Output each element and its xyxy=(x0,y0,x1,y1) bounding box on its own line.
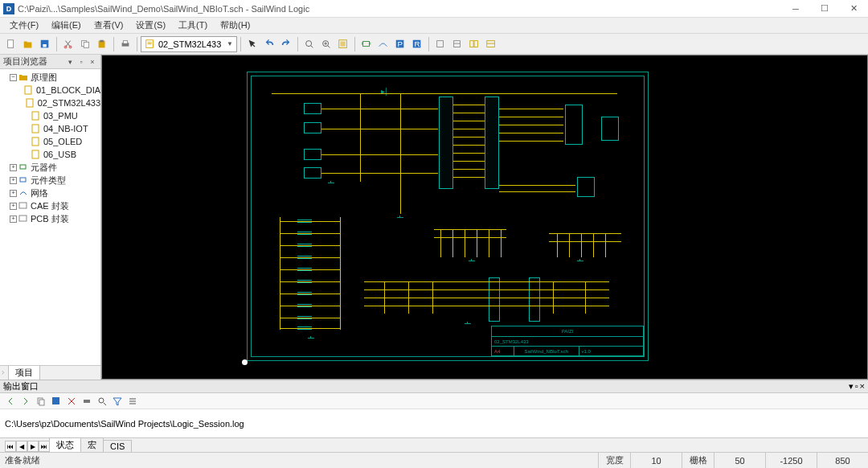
refresh-button[interactable] xyxy=(335,36,351,52)
menu-settings[interactable]: 设置(S) xyxy=(129,18,172,33)
sheet-frame: ▸| xyxy=(247,72,649,361)
pcb-icon xyxy=(18,214,28,224)
project-tree[interactable]: − 原理图 01_BLOCK_DIAGRAM 02_STM32L433 03_P… xyxy=(0,69,100,365)
paste-button[interactable] xyxy=(94,36,110,52)
tree-sheet-04[interactable]: 04_NB-IOT xyxy=(0,122,100,135)
svg-rect-2 xyxy=(43,44,46,47)
parttype-icon xyxy=(18,175,28,185)
project-tab[interactable]: 项目 xyxy=(8,366,40,380)
tree-collapse-icon[interactable]: − xyxy=(10,74,17,81)
open-button[interactable] xyxy=(20,36,36,52)
block-1 xyxy=(304,103,321,114)
title-size: A4 xyxy=(492,347,514,355)
cae-icon xyxy=(18,201,28,211)
tree-expand-icon[interactable]: + xyxy=(10,164,17,171)
redo-button[interactable] xyxy=(278,36,294,52)
tree-group-nets[interactable]: +网络 xyxy=(0,187,100,199)
status-x: -1250 xyxy=(765,453,817,468)
output-pin-button[interactable]: ▫ xyxy=(855,381,858,392)
output-panel: 输出窗口 ▾ ▫ × C:\Users\pz\Documents\SailWin… xyxy=(0,380,868,437)
minimize-button[interactable]: ─ xyxy=(781,0,810,18)
svg-text:R: R xyxy=(415,39,420,47)
menu-edit[interactable]: 编辑(E) xyxy=(45,18,88,33)
tree-expand-icon[interactable]: + xyxy=(10,203,17,210)
tool-c[interactable] xyxy=(466,36,482,52)
tree-sheet-06[interactable]: 06_USB xyxy=(0,148,100,161)
tree-sheet-01[interactable]: 01_BLOCK_DIAGRAM xyxy=(0,84,100,96)
tool-a[interactable] xyxy=(432,36,448,52)
out-nav-fwd[interactable] xyxy=(18,395,33,408)
svg-point-42 xyxy=(99,398,104,403)
tree-sheet-03[interactable]: 03_PMU xyxy=(0,109,100,122)
save-button[interactable] xyxy=(37,36,53,52)
zoom-in-button[interactable] xyxy=(318,36,334,52)
tool-b[interactable] xyxy=(449,36,465,52)
out-filter[interactable] xyxy=(110,395,125,408)
output-body[interactable]: C:\Users\pz\Documents\SailWind Projects\… xyxy=(0,409,868,437)
tool-d[interactable] xyxy=(483,36,499,52)
tabs-nav-prev[interactable]: ◀ xyxy=(16,441,27,452)
sheet-selector[interactable]: 02_STM32L433 ▼ xyxy=(141,36,237,52)
menu-help[interactable]: 帮助(H) xyxy=(214,18,256,33)
pcb-link-1[interactable]: P xyxy=(392,36,408,52)
menu-file[interactable]: 文件(F) xyxy=(3,18,45,33)
svg-rect-39 xyxy=(39,400,44,405)
panel-dropdown-button[interactable]: ▾ xyxy=(65,57,75,67)
out-list[interactable] xyxy=(125,395,140,408)
block-3 xyxy=(304,149,321,160)
out-clear[interactable] xyxy=(64,395,79,408)
svg-rect-0 xyxy=(8,39,14,47)
out-print[interactable] xyxy=(80,395,94,408)
undo-button[interactable] xyxy=(261,36,277,52)
gnd-icon xyxy=(465,322,471,326)
pcb-link-2[interactable]: R xyxy=(409,36,425,52)
tree-expand-icon[interactable]: + xyxy=(10,216,17,223)
tabs-nav-last[interactable]: ⏭ xyxy=(39,441,50,452)
svg-rect-34 xyxy=(20,165,26,169)
tree-sheet-05[interactable]: 05_OLED xyxy=(0,135,100,148)
output-tab-cis[interactable]: CIS xyxy=(103,440,132,452)
add-part-button[interactable] xyxy=(358,36,375,52)
tree-group-components[interactable]: +元器件 xyxy=(0,161,100,174)
tree-group-parttypes[interactable]: +元件类型 xyxy=(0,174,100,187)
maximize-button[interactable]: ☐ xyxy=(810,0,839,18)
copy-button[interactable] xyxy=(77,36,93,52)
tree-group-pcb[interactable]: +PCB 封装 xyxy=(0,212,100,225)
connector-1 xyxy=(565,105,583,145)
out-nav-back[interactable] xyxy=(3,395,18,408)
menu-view[interactable]: 查看(V) xyxy=(88,18,130,33)
menu-tools[interactable]: 工具(T) xyxy=(172,18,214,33)
tabs-nav-first[interactable]: ⏮ xyxy=(5,441,16,452)
new-button[interactable] xyxy=(3,36,19,52)
close-button[interactable]: ✕ xyxy=(839,0,868,18)
print-button[interactable] xyxy=(117,36,133,52)
sheet-icon xyxy=(26,98,35,108)
svg-rect-10 xyxy=(123,40,127,43)
net-icon xyxy=(18,188,28,198)
cut-button[interactable] xyxy=(60,36,76,52)
tree-expand-icon[interactable]: + xyxy=(10,177,17,184)
panel-pin-button[interactable]: ▫ xyxy=(76,57,86,67)
connector-5 xyxy=(529,277,540,322)
title-rev: v1.0 xyxy=(579,347,644,355)
output-title: 输出窗口 xyxy=(3,380,39,392)
out-save[interactable] xyxy=(49,395,63,408)
zoom-fit-button[interactable] xyxy=(301,36,317,52)
output-tab-macro[interactable]: 宏 xyxy=(80,437,104,452)
tabs-nav-next[interactable]: ▶ xyxy=(27,441,39,452)
select-tool[interactable] xyxy=(244,36,260,52)
add-wire-button[interactable] xyxy=(375,36,391,52)
out-copy[interactable] xyxy=(34,395,48,408)
panel-close-button[interactable]: × xyxy=(88,57,97,67)
tree-expand-icon[interactable]: + xyxy=(10,190,17,197)
tree-group-cae[interactable]: +CAE 封装 xyxy=(0,199,100,212)
output-tab-status[interactable]: 状态 xyxy=(49,437,81,452)
status-width-label: 宽度 xyxy=(598,453,630,468)
output-close-button[interactable]: × xyxy=(860,381,865,392)
out-find[interactable] xyxy=(95,395,109,408)
output-dropdown-button[interactable]: ▾ xyxy=(849,381,854,392)
schematic-canvas[interactable]: ▸| xyxy=(101,55,868,380)
svg-rect-6 xyxy=(84,42,88,47)
tree-root-schematic[interactable]: − 原理图 xyxy=(0,71,100,84)
tree-sheet-02[interactable]: 02_STM32L433 xyxy=(0,96,100,109)
